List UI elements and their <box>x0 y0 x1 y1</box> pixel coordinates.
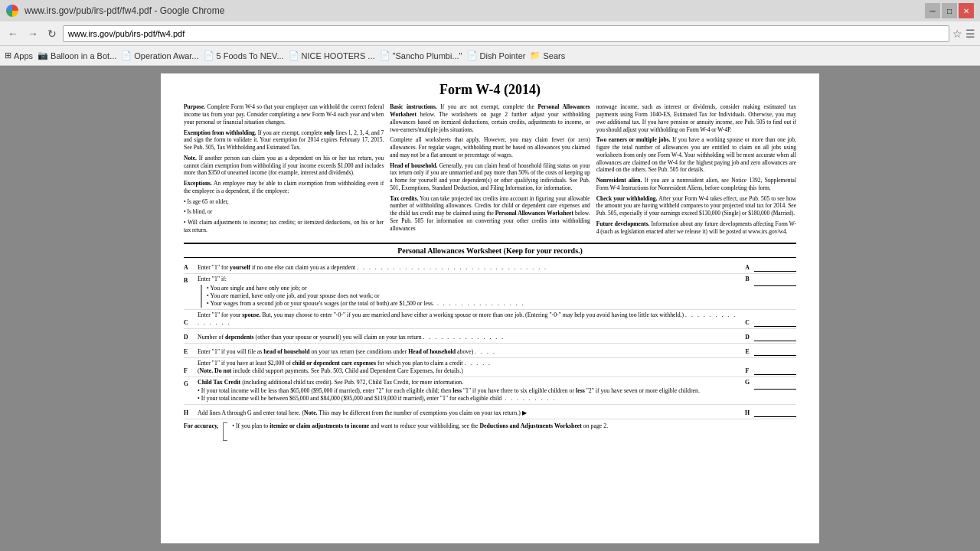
bookmarks-bar: ⊞ Apps 📷 Balloon in a Bot... 📄 Operation… <box>0 46 980 66</box>
worksheet-row-d: D Number of dependents (other than your … <box>184 329 796 344</box>
bookmark-balloon[interactable]: 📷 Balloon in a Bot... <box>38 51 116 60</box>
row-d-letter: D <box>184 334 198 341</box>
exceptions-heading: Exceptions. <box>184 180 212 187</box>
back-button[interactable]: ← <box>5 26 21 41</box>
pdf-page: Form W-4 (2014) Purpose. Complete Form W… <box>161 73 819 543</box>
row-b-blank[interactable] <box>754 276 796 286</box>
chrome-logo <box>6 5 18 17</box>
worksheet-row-b: B Enter "1" if: • You are single and hav… <box>184 274 796 310</box>
row-f-blank[interactable] <box>754 364 796 375</box>
hooters-label: NICE HOOTERS ... <box>302 51 375 60</box>
row-e-blank[interactable] <box>754 345 796 356</box>
row-g-content: Child Tax Credit (including additional c… <box>198 379 740 402</box>
nav-bar: ← → ↻ ☆ ☰ <box>0 21 980 46</box>
row-b-content: Enter "1" if: • You are single and have … <box>198 276 740 308</box>
row-b-end-letter: B <box>740 276 754 283</box>
row-f-content: Enter "1" if you have at least $2,000 of… <box>198 360 740 375</box>
5foods-label: 5 Foods To NEV... <box>217 51 284 60</box>
balloon-label: Balloon in a Bot... <box>51 51 116 60</box>
apps-bookmark[interactable]: ⊞ Apps <box>5 51 33 60</box>
row-d-content: Number of dependents (other than your sp… <box>198 334 740 341</box>
row-a-letter: A <box>184 264 198 272</box>
window-title: www.irs.gov/pub/irs-pdf/fw4.pdf - Google… <box>24 5 224 16</box>
sancho-icon: 📄 <box>380 51 390 60</box>
row-c-content: Enter "1" for your spouse. But, you may … <box>198 311 740 327</box>
row-e-letter: E <box>184 348 198 356</box>
maximize-button[interactable]: □ <box>942 3 957 18</box>
worksheet-row-f: F Enter "1" if you have at least $2,000 … <box>184 358 796 377</box>
row-c-end-letter: C <box>740 319 754 327</box>
row-c-letter: C <box>184 319 198 327</box>
row-g-bullet1: • If your total income will be less than… <box>198 387 740 395</box>
bookmark-hooters[interactable]: 📄 NICE HOOTERS ... <box>289 51 375 60</box>
for-accuracy-label: For accuracy, <box>184 422 218 430</box>
row-b-letter: B <box>184 276 198 285</box>
row-e-end-letter: E <box>740 348 754 356</box>
bookmark-sancho[interactable]: 📄 "Sancho Plumbi..." <box>380 51 462 60</box>
menu-icon[interactable]: ☰ <box>965 28 975 40</box>
sancho-label: "Sancho Plumbi..." <box>393 51 462 60</box>
worksheet-rows: A Enter "1" for yourself if no one else … <box>184 259 796 440</box>
row-e-content: Enter "1" if you will file as head of ho… <box>198 348 740 356</box>
note-heading: Note. <box>184 155 197 161</box>
title-bar: www.irs.gov/pub/irs-pdf/fw4.pdf - Google… <box>0 0 980 21</box>
pdf-container: Form W-4 (2014) Purpose. Complete Form W… <box>0 66 980 551</box>
operation-label: Operation Awar... <box>134 51 198 60</box>
forward-button[interactable]: → <box>24 26 41 41</box>
for-accuracy-bracket <box>223 422 227 441</box>
row-a-blank[interactable] <box>754 261 796 272</box>
reload-button[interactable]: ↻ <box>44 26 60 41</box>
for-accuracy-row: For accuracy, • If you plan to itemize o… <box>184 422 796 441</box>
5foods-icon: 📄 <box>204 51 214 60</box>
bookmark-5foods[interactable]: 📄 5 Foods To NEV... <box>204 51 284 60</box>
bookmark-sears[interactable]: 📁 Sears <box>530 51 565 60</box>
note-text: If another person can claim you as a dep… <box>184 155 384 177</box>
two-earners-heading: Two earners or multiple jobs. <box>596 136 671 143</box>
bullet-age: • Is age 65 or older, <box>184 198 384 206</box>
check-heading: Check your withholding. <box>596 195 658 202</box>
worksheet-row-g: G Child Tax Credit (including additional… <box>184 377 796 404</box>
row-d-end-letter: D <box>740 334 754 341</box>
dish-icon: 📄 <box>467 51 478 60</box>
row-h-end-letter: H <box>740 409 754 417</box>
head-heading: Head of household. <box>390 162 437 169</box>
worksheet-row-a: A Enter "1" for yourself if no one else … <box>184 259 796 274</box>
instructions-columns: Purpose. Complete Form W-4 so that your … <box>184 103 796 238</box>
row-f-end-letter: F <box>740 367 754 375</box>
exemption-heading: Exemption from withholding. <box>184 129 256 136</box>
form-title: Form W-4 (2014) <box>184 81 796 99</box>
for-accuracy-content: • If you plan to itemize or claim adjust… <box>232 422 608 430</box>
basic-heading: Basic instructions. <box>390 103 436 110</box>
bullet-adjustments: • Will claim adjustments to income; tax … <box>184 219 384 234</box>
address-bar[interactable] <box>63 25 949 42</box>
row-h-content: Add lines A through G and enter total he… <box>198 409 740 417</box>
close-button[interactable]: ✕ <box>959 3 974 18</box>
bookmark-star-icon[interactable]: ☆ <box>952 28 962 40</box>
worksheet-row-c: C Enter "1" for your spouse. But, you ma… <box>184 310 796 329</box>
row-g-blank[interactable] <box>754 379 796 390</box>
operation-icon: 📄 <box>121 51 132 60</box>
row-c-blank[interactable] <box>754 316 796 327</box>
nonresident-heading: Nonresident alien. <box>596 177 642 184</box>
row-g-bullet2: • If your total income will be between $… <box>198 395 740 403</box>
hooters-icon: 📄 <box>289 51 299 60</box>
col1: Purpose. Complete Form W-4 so that your … <box>184 103 384 238</box>
sears-label: Sears <box>543 51 565 60</box>
complete-text: Complete all worksheets that apply. Howe… <box>390 136 590 158</box>
apps-label: Apps <box>14 51 33 60</box>
row-b-item1: • You are single and have only one job; … <box>207 285 434 292</box>
purpose-text: Complete Form W-4 so that your employer … <box>184 103 384 126</box>
worksheet-row-e: E Enter "1" if you will file as head of … <box>184 344 796 358</box>
col2: Basic instructions. If you are not exemp… <box>390 103 590 238</box>
col3: nonwage income, such as interest or divi… <box>596 103 796 238</box>
future-heading: Future developments. <box>596 220 650 227</box>
balloon-icon: 📷 <box>38 51 48 60</box>
row-d-blank[interactable] <box>754 331 796 341</box>
worksheet-row-h: H Add lines A through G and enter total … <box>184 405 796 419</box>
row-h-blank[interactable] <box>754 406 796 417</box>
bookmark-operation[interactable]: 📄 Operation Awar... <box>121 51 198 60</box>
worksheet-title-bar: Personal Allowances Worksheet (Keep for … <box>184 243 796 258</box>
minimize-button[interactable]: ─ <box>925 3 940 18</box>
bookmark-dish[interactable]: 📄 Dish Pointer <box>467 51 526 60</box>
row-b-item2: • You are married, have only one job, an… <box>207 292 434 300</box>
